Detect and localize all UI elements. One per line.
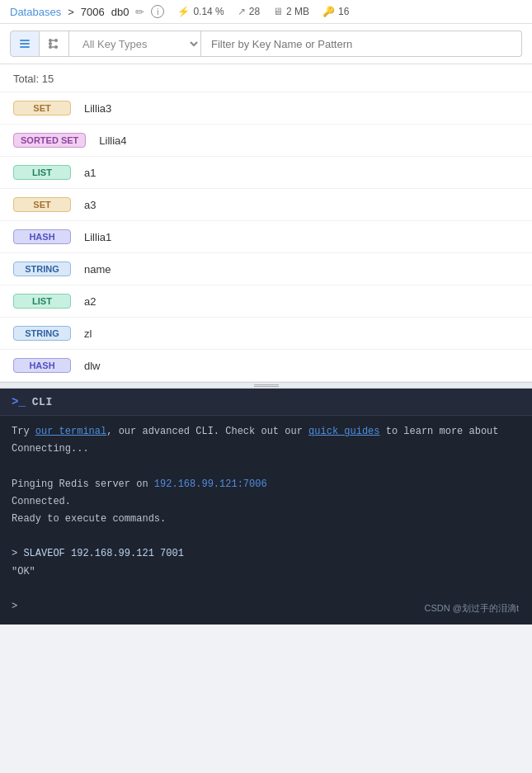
key-type-badge: STRING [13,326,71,341]
conn-stat: ↗ 28 [238,6,260,17]
table-row[interactable]: LIST a2 [0,285,532,318]
key-name: a1 [84,167,96,179]
cli-connecting-text: Connecting... [12,443,89,455]
key-type-select[interactable]: All Key Types STRING LIST SET SORTED SET… [69,31,201,57]
cli-result-text: "OK" [12,566,35,577]
filter-input[interactable] [201,31,522,57]
key-type-badge: STRING [13,262,71,276]
table-row[interactable]: HASH dlw [0,350,532,382]
cli-terminal-link[interactable]: our terminal [35,426,106,437]
conn-value: 28 [249,6,260,17]
key-name: Lillia3 [84,102,111,115]
list-view-button[interactable] [10,31,40,57]
cli-ready-text: Ready to execute commands. [12,513,166,525]
info-icon[interactable]: i [151,5,164,18]
divider-line [254,386,279,387]
cli-connected-text: Connected. [12,496,71,507]
cli-intro-line: Try our terminal, our advanced CLI. Chec… [12,424,520,440]
port-number: 7006 [81,6,105,18]
table-row[interactable]: SET a3 [0,189,532,221]
svg-point-3 [49,39,52,42]
cli-blank1 [12,459,520,474]
edit-icon[interactable]: ✏ [135,6,144,18]
mem-icon: 🖥 [273,6,283,17]
divider-handle[interactable] [0,382,532,389]
cli-ready-line: Ready to execute commands. [12,511,520,527]
cli-blank2 [12,529,520,544]
key-type-badge: HASH [13,358,71,373]
cli-prompt-icon: >_ [12,395,26,408]
cli-header: >_ CLI [0,389,532,416]
key-stat: 🔑 16 [322,6,349,17]
cli-intro-suffix: , our advanced CLI. Check out our [106,426,308,437]
cpu-icon: ⚡ [177,6,190,17]
cli-body: Try our terminal, our advanced CLI. Chec… [0,416,532,625]
table-row[interactable]: SET Lillia3 [0,92,532,125]
svg-point-4 [49,42,52,45]
cli-pinging-label: Pinging Redis server on [12,478,154,490]
svg-point-5 [49,45,52,49]
table-row[interactable]: STRING name [0,253,532,285]
cli-wrapper: >_ CLI Try our terminal, our advanced CL… [0,389,532,625]
divider-line [254,384,279,385]
key-type-badge: LIST [13,165,71,180]
header-bar: Databases > 7006 db0 ✏ i ⚡ 0.14 % ↗ 28 🖥… [0,0,532,24]
cli-docs-suffix: to learn more about [380,426,499,437]
cli-result-line: "OK" [12,564,520,580]
key-name: zl [84,328,92,340]
cli-connected-line: Connected. [12,494,520,510]
table-row[interactable]: HASH Lillia1 [0,221,532,253]
key-type-badge: SET [13,197,71,212]
key-type-badge: LIST [13,294,71,309]
svg-point-6 [54,39,58,42]
cpu-value: 0.14 % [193,6,224,17]
cli-command-text: > SLAVEOF 192.168.99.121 7001 [12,548,184,559]
key-type-badge: SORTED SET [13,133,86,148]
conn-icon: ↗ [238,6,246,17]
cli-prompt-text: > [12,601,17,612]
list-icon [18,37,31,50]
key-name: Lillia1 [84,231,111,243]
mem-value: 2 MB [286,6,309,17]
key-name: name [84,263,111,276]
cli-blank3 [12,582,520,597]
cli-title: CLI [32,396,53,408]
key-name: a3 [84,199,96,211]
divider-lines [254,384,279,387]
cli-panel: >_ CLI Try our terminal, our advanced CL… [0,389,532,625]
cpu-stat: ⚡ 0.14 % [177,6,224,17]
key-name: a2 [84,295,96,308]
total-label: Total: 15 [0,64,532,92]
cli-connecting-line: Connecting... [12,441,520,457]
keys-area: Total: 15 SET Lillia3 SORTED SET Lillia4… [0,64,532,382]
key-name: Lillia4 [99,134,126,147]
key-type-badge: SET [13,101,71,115]
table-row[interactable]: LIST a1 [0,157,532,189]
cli-command-line: > SLAVEOF 192.168.99.121 7001 [12,546,520,562]
svg-point-7 [54,45,58,49]
cli-pinging-line: Pinging Redis server on 192.168.99.121:7… [12,477,520,493]
key-icon: 🔑 [322,6,335,17]
cli-pinging-address: 192.168.99.121:7006 [154,478,267,490]
table-row[interactable]: SORTED SET Lillia4 [0,125,532,157]
toolbar: All Key Types STRING LIST SET SORTED SET… [0,24,532,64]
tree-view-button[interactable] [40,31,69,57]
cli-docs-link[interactable]: quick guides [308,426,379,437]
databases-link[interactable]: Databases [10,6,61,18]
db-name: db0 [111,6,129,18]
watermark: CSDN @划过手的泪滴t [425,602,519,615]
header-arrow: > [68,6,74,18]
key-value: 16 [338,6,349,17]
cli-intro-text: Try [12,426,35,437]
key-name: dlw [84,360,101,372]
key-type-badge: HASH [13,229,71,244]
svg-rect-0 [20,40,30,41]
svg-rect-2 [20,46,30,48]
svg-rect-1 [20,43,30,45]
tree-icon [48,37,61,50]
table-row[interactable]: STRING zl [0,318,532,350]
mem-stat: 🖥 2 MB [273,6,309,17]
